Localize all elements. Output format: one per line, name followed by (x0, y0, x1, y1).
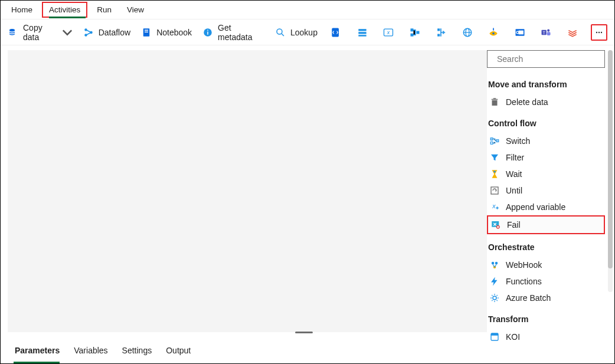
item-wait-label: Wait (506, 169, 522, 179)
activities-toolbar: Copy data Dataflow Notebook Get metadata… (1, 19, 614, 45)
svg-point-31 (547, 29, 549, 31)
semantic-model-icon[interactable] (486, 24, 502, 41)
copy-data-label: Copy data (23, 23, 57, 42)
svg-rect-4 (145, 29, 148, 31)
svg-point-9 (277, 29, 282, 34)
notebook-label: Notebook (156, 28, 192, 37)
get-metadata-label: Get metadata (218, 23, 264, 42)
dataflow-button[interactable]: Dataflow (83, 27, 130, 38)
web-icon[interactable] (460, 24, 476, 41)
svg-rect-13 (358, 35, 366, 36)
svg-point-28 (516, 31, 518, 33)
tab-output[interactable]: Output (165, 341, 192, 360)
search-icon (275, 27, 286, 38)
stored-proc-icon[interactable] (354, 24, 370, 41)
svg-rect-8 (207, 29, 208, 31)
databricks-icon[interactable] (565, 24, 581, 41)
svg-point-50 (495, 262, 498, 265)
item-kql-label: KOI (506, 332, 520, 342)
item-webhook[interactable]: WebHook (487, 257, 605, 273)
outlook-icon[interactable] (512, 24, 528, 41)
tab-view[interactable]: View (121, 3, 150, 17)
group-move-transform: Move and transform (488, 80, 604, 89)
tab-home[interactable]: Home (5, 3, 38, 17)
pipeline-icon[interactable] (407, 24, 423, 41)
more-activities-button[interactable] (591, 24, 607, 41)
item-azure-batch-label: Azure Batch (506, 293, 551, 303)
svg-rect-17 (410, 33, 413, 36)
group-control-flow: Control flow (488, 119, 604, 128)
svg-point-33 (596, 31, 597, 32)
tab-run[interactable]: Run (91, 3, 117, 17)
copy-data-icon (8, 27, 18, 38)
trash-icon (489, 97, 500, 107)
append-variable-icon: x (489, 202, 500, 212)
script-icon[interactable] (328, 24, 344, 41)
svg-rect-37 (492, 100, 498, 106)
svg-rect-16 (410, 28, 413, 31)
item-switch-label: Switch (506, 136, 530, 146)
group-transform: Transform (488, 314, 604, 324)
svg-point-35 (601, 31, 602, 32)
item-filter[interactable]: Filter (487, 149, 605, 166)
item-functions-label: Functions (506, 277, 542, 286)
item-wait[interactable]: Wait (487, 166, 605, 182)
item-until[interactable]: Until (487, 182, 605, 199)
foreach-icon[interactable] (433, 24, 449, 41)
activities-panel: Move and transform Delete data Control f… (487, 50, 605, 356)
svg-point-34 (598, 31, 600, 32)
svg-rect-38 (492, 99, 498, 100)
svg-rect-41 (490, 142, 493, 145)
get-metadata-button[interactable]: Get metadata (202, 23, 264, 42)
item-functions[interactable]: Functions (487, 273, 605, 290)
item-delete-data[interactable]: Delete data (487, 94, 605, 110)
variable-icon[interactable]: x (381, 24, 397, 41)
functions-icon (489, 276, 500, 287)
svg-text:x: x (387, 29, 390, 35)
tab-settings[interactable]: Settings (121, 341, 153, 360)
info-icon (202, 27, 213, 38)
item-append-variable-label: Append variable (506, 202, 565, 212)
lookup-label: Lookup (290, 28, 318, 37)
switch-icon (489, 136, 500, 146)
svg-point-23 (493, 32, 495, 34)
svg-rect-24 (493, 28, 494, 30)
svg-rect-7 (207, 31, 208, 34)
activities-search[interactable] (487, 50, 605, 68)
hourglass-icon (489, 169, 500, 179)
dataflow-icon (83, 27, 94, 38)
svg-rect-5 (145, 31, 148, 32)
webhook-icon (489, 260, 500, 270)
tab-activities[interactable]: Activities (42, 2, 87, 18)
item-append-variable[interactable]: x Append variable (487, 199, 605, 215)
bottom-active-underline (14, 362, 60, 363)
item-switch[interactable]: Switch (487, 133, 605, 149)
filter-icon (489, 152, 500, 163)
activities-list: Move and transform Delete data Control f… (487, 68, 605, 356)
tab-variables[interactable]: Variables (73, 341, 109, 360)
svg-rect-11 (358, 29, 366, 31)
lookup-button[interactable]: Lookup (275, 27, 318, 38)
teams-icon[interactable]: T (538, 24, 554, 41)
svg-rect-39 (493, 98, 496, 99)
tab-parameters[interactable]: Parameters (14, 341, 61, 360)
svg-rect-19 (437, 28, 440, 31)
svg-rect-54 (491, 333, 498, 336)
tab-activities-label: Activities (49, 5, 80, 14)
panel-scrollbar[interactable] (608, 50, 613, 292)
panel-scrollbar-thumb[interactable] (608, 50, 613, 268)
svg-rect-12 (358, 32, 366, 34)
resize-handle[interactable] (295, 332, 313, 333)
notebook-button[interactable]: Notebook (141, 27, 192, 38)
copy-data-button[interactable]: Copy data (8, 23, 73, 42)
item-fail[interactable]: Fail (487, 215, 605, 234)
dataflow-label: Dataflow (99, 28, 130, 37)
activities-search-input[interactable] (497, 54, 600, 64)
item-azure-batch[interactable]: Azure Batch (487, 290, 605, 306)
gear-icon (489, 293, 500, 303)
item-kql[interactable]: KOI (487, 329, 605, 345)
chevron-down-icon (62, 27, 73, 38)
kql-icon (489, 332, 500, 342)
group-orchestrate: Orchestrate (488, 242, 604, 252)
item-delete-data-label: Delete data (506, 97, 548, 107)
